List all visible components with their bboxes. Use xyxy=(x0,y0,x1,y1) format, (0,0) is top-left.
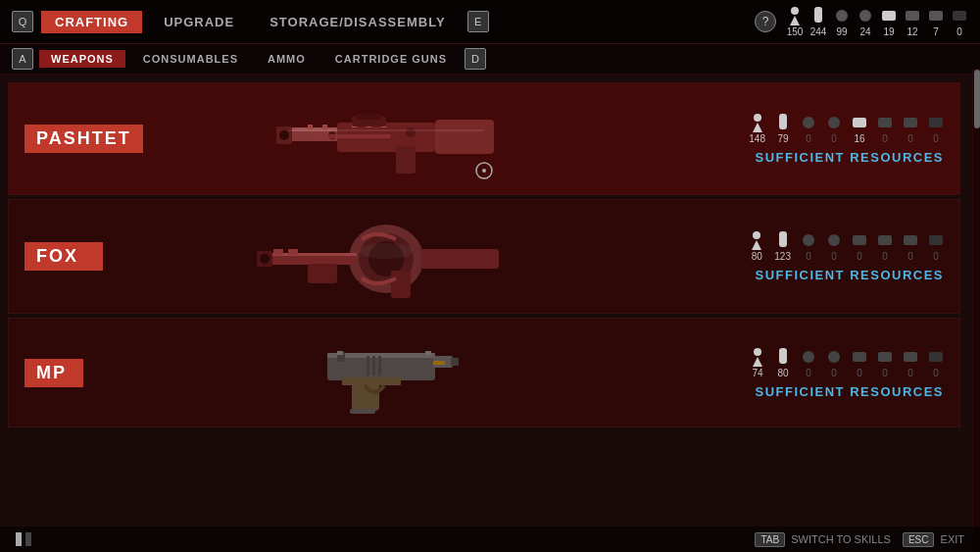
svg-point-78 xyxy=(828,351,840,363)
svg-rect-72 xyxy=(433,361,445,365)
fox-res-chip-8: 0 xyxy=(928,230,944,262)
craft-bar-2 xyxy=(25,532,31,546)
fox-person-icon xyxy=(749,230,764,250)
svg-rect-70 xyxy=(372,356,375,376)
svg-point-49 xyxy=(260,254,270,264)
resource-row-fox: 80 123 0 0 xyxy=(749,230,944,262)
resource-8: 0 xyxy=(951,6,968,37)
mp-circle-icon-1 xyxy=(801,347,816,367)
mp-res-chip-8: 0 xyxy=(928,347,944,378)
key-a[interactable]: A xyxy=(12,48,33,70)
svg-rect-32 xyxy=(853,118,866,127)
fox-rect-icon-3 xyxy=(903,230,918,250)
svg-point-55 xyxy=(828,234,840,246)
svg-rect-35 xyxy=(929,118,943,127)
svg-point-50 xyxy=(359,243,414,259)
svg-point-4 xyxy=(859,10,871,22)
svg-rect-22 xyxy=(357,114,381,120)
fox-res-num-7: 0 xyxy=(907,251,913,262)
svg-rect-12 xyxy=(435,120,494,154)
bottom-hints: TAB SWITCH TO SKILLS ESC EXIT xyxy=(755,533,964,545)
sub-tab-cartridge[interactable]: CARTRIDGE GUNS xyxy=(323,50,459,68)
fox-circle-icon-1 xyxy=(801,230,816,250)
svg-point-30 xyxy=(803,117,814,128)
weapon-card-pashtet[interactable]: PASHTET xyxy=(8,82,960,195)
cylinder-icon-1 xyxy=(775,113,791,132)
esc-hint-group: ESC EXIT xyxy=(903,533,964,545)
resource-count-4: 24 xyxy=(859,26,870,37)
fox-circle-icon-2 xyxy=(826,230,842,250)
weapon-card-fox[interactable]: FOX xyxy=(8,199,960,314)
sub-tab-consumables[interactable]: CONSUMABLES xyxy=(131,50,250,68)
res-chip-8: 0 xyxy=(928,113,944,144)
sufficient-text-mp: SUFFICIENT RESOURCES xyxy=(755,384,944,399)
resource-7: 7 xyxy=(927,6,945,37)
circle-icon-1 xyxy=(801,113,816,132)
weapon-name-pashtet: PASHTET xyxy=(24,125,143,153)
svg-rect-33 xyxy=(878,118,892,127)
weapon-name-mp: MP xyxy=(24,359,83,387)
res-num-6: 0 xyxy=(882,133,888,144)
res-num-4: 0 xyxy=(831,133,837,144)
svg-point-3 xyxy=(836,10,848,22)
weapon-resources-mp: 74 80 0 0 xyxy=(689,347,944,399)
svg-rect-82 xyxy=(929,352,943,362)
nav-tab-storage[interactable]: STORAGE/DISASSEMBLY xyxy=(256,11,459,33)
help-button[interactable]: ? xyxy=(755,11,776,32)
resource-icon-6 xyxy=(904,6,921,25)
fox-res-num-4: 0 xyxy=(831,251,837,262)
weapon-resources-fox: 80 123 0 0 xyxy=(689,230,944,282)
fox-res-num-1: 80 xyxy=(752,251,762,262)
svg-rect-29 xyxy=(779,114,787,129)
res-chip-4: 0 xyxy=(826,113,842,144)
scroll-track[interactable] xyxy=(972,69,980,552)
svg-rect-7 xyxy=(929,11,943,21)
mp-circle-icon-2 xyxy=(826,347,842,367)
svg-rect-6 xyxy=(906,11,919,21)
key-q[interactable]: Q xyxy=(12,11,33,32)
weapon-card-mp[interactable]: MP xyxy=(8,318,960,427)
sub-tab-ammo[interactable]: AMMO xyxy=(256,50,318,68)
nav-tab-crafting[interactable]: CRAFTING xyxy=(41,11,142,33)
svg-rect-8 xyxy=(953,11,966,21)
svg-marker-28 xyxy=(753,123,762,132)
resource-icon-1 xyxy=(786,6,804,25)
resource-count-5: 19 xyxy=(883,26,894,37)
mp-res-num-4: 0 xyxy=(831,368,837,378)
svg-rect-73 xyxy=(350,409,375,414)
weapon-image-pashtet xyxy=(143,95,689,183)
res-num-2: 79 xyxy=(777,133,788,144)
key-d[interactable]: D xyxy=(465,48,486,70)
mp-res-chip-7: 0 xyxy=(903,347,918,378)
sufficient-text-fox: SUFFICIENT RESOURCES xyxy=(755,268,944,282)
resource-count-8: 0 xyxy=(956,26,962,37)
svg-rect-71 xyxy=(378,356,381,376)
svg-rect-58 xyxy=(904,235,917,245)
resource-count-2: 244 xyxy=(810,26,827,37)
mp-rect-icon-1 xyxy=(852,347,867,367)
scroll-thumb[interactable] xyxy=(974,70,980,128)
resource-5: 19 xyxy=(880,6,898,37)
tab-key: TAB xyxy=(755,532,785,547)
mp-res-chip-6: 0 xyxy=(877,347,893,378)
nav-tab-upgrade[interactable]: UPGRADE xyxy=(150,11,248,33)
sub-tab-weapons[interactable]: WEAPONS xyxy=(39,50,125,68)
svg-rect-13 xyxy=(396,146,416,174)
key-e[interactable]: E xyxy=(467,11,489,32)
resource-4: 24 xyxy=(857,6,874,37)
mp-res-num-2: 80 xyxy=(777,368,788,378)
svg-rect-44 xyxy=(391,271,411,298)
svg-rect-26 xyxy=(288,129,484,131)
craft-bar-1 xyxy=(16,532,22,546)
fox-rect-icon-4 xyxy=(928,230,944,250)
resource-icon-3 xyxy=(833,6,851,25)
rect-icon-1 xyxy=(852,113,867,132)
svg-rect-34 xyxy=(904,118,917,127)
res-num-1: 148 xyxy=(749,133,765,144)
svg-rect-56 xyxy=(853,235,866,245)
resource-icon-7 xyxy=(927,6,945,25)
svg-rect-63 xyxy=(451,358,459,366)
weapon-resources-pashtet: 148 79 0 xyxy=(689,113,944,165)
svg-point-37 xyxy=(482,169,486,173)
res-num-7: 0 xyxy=(907,133,913,144)
